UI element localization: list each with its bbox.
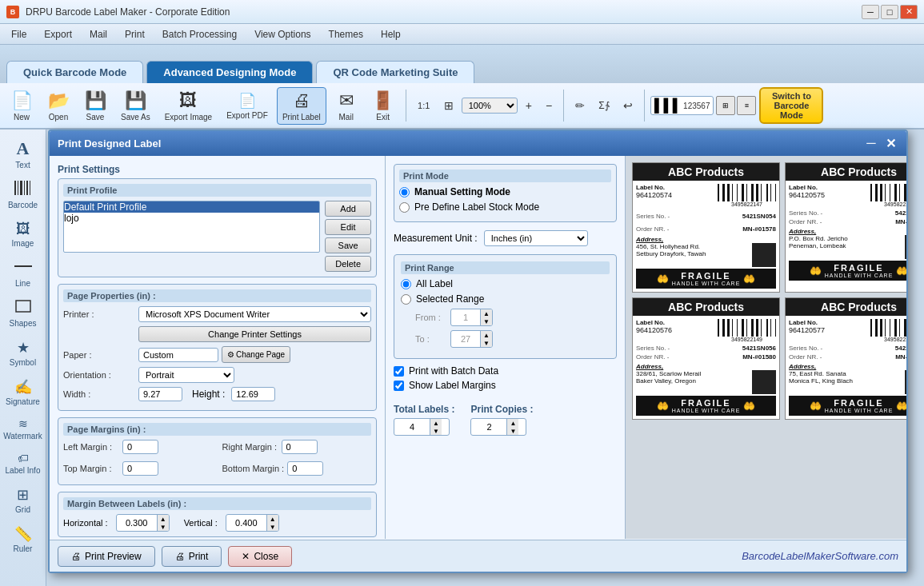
tab-advanced-designing[interactable]: Advanced Designing Mode (146, 61, 313, 83)
total-labels-input[interactable] (394, 421, 430, 433)
sidebar-item-label-info[interactable]: 🏷 Label Info (2, 448, 44, 479)
width-input[interactable] (138, 387, 182, 401)
minimize-button[interactable]: ─ (862, 5, 879, 19)
add-profile-button[interactable]: Add (325, 201, 371, 217)
vertical-down[interactable]: ▼ (267, 523, 278, 531)
to-spinner[interactable]: ▲ ▼ (450, 330, 493, 348)
dialog-close-action-button[interactable]: ✕ Close (228, 546, 292, 567)
close-window-button[interactable]: ✕ (900, 5, 918, 19)
sidebar-item-symbol[interactable]: ★ Symbol (2, 335, 44, 371)
toolbar-export-pdf-button[interactable]: 📄 Export PDF (221, 89, 274, 123)
toolbar-new-button[interactable]: 📄 New (5, 87, 38, 125)
zoom-select[interactable]: 100%75%150% (462, 98, 518, 114)
print-copies-input[interactable] (471, 421, 506, 433)
sidebar-item-barcode[interactable]: Barcode (2, 177, 44, 213)
orientation-select[interactable]: Portrait Landscape (138, 367, 234, 383)
toolbar-print-label-button[interactable]: 🖨 Print Label (277, 87, 326, 125)
formula-button[interactable]: Σ∱ (593, 97, 615, 114)
sidebar-item-text[interactable]: A Text (2, 134, 44, 173)
dialog-minimize-button[interactable]: ─ (863, 136, 879, 151)
zoom-out-button[interactable]: − (540, 96, 558, 115)
edit-profile-button[interactable]: Edit (325, 219, 371, 235)
save-profile-button[interactable]: Save (325, 237, 371, 253)
predefine-mode-radio[interactable] (399, 202, 410, 213)
from-spinner[interactable]: ▲ ▼ (450, 309, 493, 326)
toolbar-11-button[interactable]: 1:1 (412, 98, 436, 114)
toolbar-exit-button[interactable]: 🚪 Exit (366, 87, 400, 125)
to-input[interactable] (451, 333, 480, 345)
switch-to-barcode-mode-button[interactable]: Switch to Barcode Mode (759, 87, 823, 124)
toolbar-mail-button[interactable]: ✉ Mail (330, 87, 363, 125)
horizontal-input[interactable] (117, 516, 157, 529)
all-label-radio[interactable] (401, 279, 411, 289)
zoom-in-button[interactable]: + (520, 96, 538, 115)
label2-barcode (870, 184, 906, 201)
tab-quick-barcode[interactable]: Quick Barcode Mode (6, 61, 143, 83)
sidebar-item-watermark[interactable]: ≋ Watermark (2, 413, 44, 444)
from-up[interactable]: ▲ (481, 309, 492, 317)
vertical-up[interactable]: ▲ (267, 515, 278, 523)
sidebar-item-ruler[interactable]: 📏 Ruler (2, 521, 44, 557)
bottom-margin-input[interactable] (287, 461, 323, 476)
total-labels-down[interactable]: ▼ (430, 427, 442, 435)
sidebar-item-line[interactable]: Line (2, 255, 44, 292)
grid-view-button[interactable]: ⊞ (716, 96, 735, 115)
sidebar-item-image[interactable]: 🖼 Image (2, 217, 44, 252)
menu-themes[interactable]: Themes (321, 26, 371, 42)
change-page-button[interactable]: ⚙ Change Page (222, 346, 290, 363)
to-down[interactable]: ▼ (481, 339, 492, 347)
horizontal-spinner[interactable]: ▲ ▼ (116, 514, 170, 532)
maximize-button[interactable]: □ (881, 5, 898, 19)
print-copies-up[interactable]: ▲ (507, 419, 518, 427)
paper-input[interactable] (138, 348, 218, 362)
printer-select[interactable]: Microsoft XPS Document Writer (138, 306, 371, 322)
toolbar-fit-button[interactable]: ⊞ (438, 96, 459, 115)
delete-profile-button[interactable]: Delete (325, 256, 371, 272)
height-input[interactable] (231, 387, 275, 401)
menu-print[interactable]: Print (117, 26, 153, 42)
vertical-input[interactable] (226, 516, 266, 529)
top-margin-input[interactable] (122, 461, 158, 476)
left-margin-input[interactable] (122, 440, 158, 454)
menu-help[interactable]: Help (373, 26, 409, 42)
total-labels-spinner[interactable]: ▲ ▼ (394, 418, 450, 436)
menu-batch-processing[interactable]: Batch Processing (154, 26, 245, 42)
sidebar-item-shapes[interactable]: Shapes (2, 295, 44, 332)
sidebar-item-grid[interactable]: ⊞ Grid (2, 482, 44, 518)
total-labels-up[interactable]: ▲ (430, 419, 442, 427)
print-batch-checkbox[interactable] (394, 366, 404, 377)
profile-list[interactable]: Default Print Profile lojo (63, 201, 320, 253)
show-margins-checkbox[interactable] (394, 381, 404, 391)
window-controls[interactable]: ─ □ ✕ (862, 5, 918, 19)
print-button[interactable]: 🖨 Print (162, 546, 222, 567)
print-preview-button[interactable]: 🖨 Print Preview (58, 546, 155, 567)
from-input[interactable] (451, 311, 480, 324)
print-copies-spinner[interactable]: ▲ ▼ (470, 418, 526, 436)
right-margin-input[interactable] (282, 440, 318, 454)
menu-export[interactable]: Export (36, 26, 80, 42)
horizontal-up[interactable]: ▲ (158, 515, 169, 523)
toolbar-export-image-button[interactable]: 🖼 Export Image (159, 87, 218, 125)
print-copies-down[interactable]: ▼ (507, 427, 518, 435)
from-down[interactable]: ▼ (481, 317, 492, 325)
list-view-button[interactable]: ≡ (737, 96, 756, 115)
toolbar-open-button[interactable]: 📂 Open (42, 87, 75, 125)
dialog-close-button[interactable]: ✕ (882, 136, 898, 151)
measurement-select[interactable]: Inches (in) Centimeters (cm) (484, 230, 588, 246)
edit-tool-button[interactable]: ✏ (570, 96, 590, 115)
menu-file[interactable]: File (3, 26, 34, 42)
toolbar-save-button[interactable]: 💾 Save (78, 87, 112, 125)
tab-qr-code[interactable]: QR Code Marketing Suite (316, 61, 474, 83)
menu-view-options[interactable]: View Options (246, 26, 318, 42)
to-up[interactable]: ▲ (481, 331, 492, 339)
menu-mail[interactable]: Mail (82, 26, 115, 42)
manual-mode-radio[interactable] (399, 187, 410, 197)
toolbar-save-as-button[interactable]: 💾 Save As (115, 87, 156, 125)
horizontal-down[interactable]: ▼ (158, 523, 169, 531)
vertical-spinner[interactable]: ▲ ▼ (226, 514, 279, 532)
import-button[interactable]: ↩ (618, 96, 638, 115)
sidebar-item-signature[interactable]: ✍ Signature (2, 374, 44, 410)
change-printer-button[interactable]: Change Printer Settings (138, 326, 371, 342)
selected-range-radio[interactable] (401, 294, 411, 305)
manual-mode-row: Manual Setting Mode (399, 186, 611, 197)
